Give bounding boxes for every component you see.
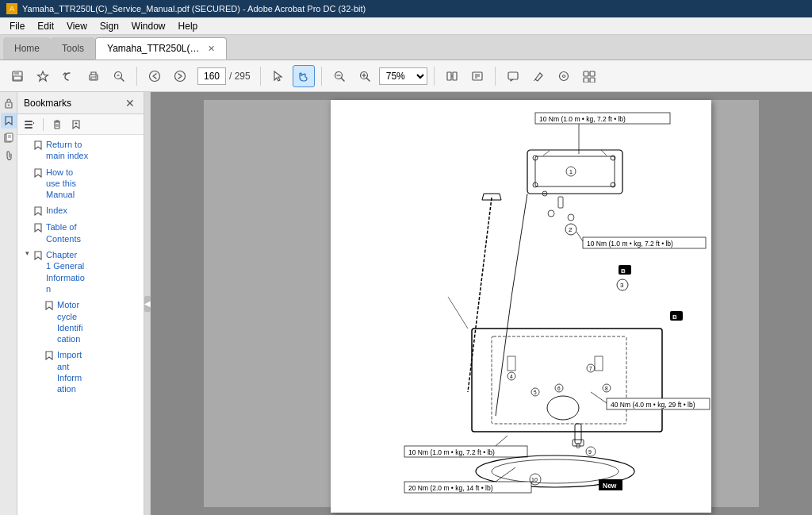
hand-tool-button[interactable]	[293, 65, 315, 87]
svg-text:New: New	[603, 482, 617, 490]
bookmark-icon-important	[44, 350, 54, 361]
svg-point-11	[175, 71, 186, 81]
menu-sign[interactable]: Sign	[94, 19, 125, 33]
svg-point-28	[559, 71, 568, 80]
svg-text:10: 10	[531, 477, 538, 482]
side-icon-bar	[0, 92, 17, 515]
pdf-viewer-area: 10 Nm (1.0 m • kg, 7.2 ft • lb)	[151, 92, 812, 515]
previous-view-button[interactable]	[57, 65, 79, 87]
svg-rect-115	[558, 197, 563, 208]
bookmark-label-important: ImportantInformation	[57, 349, 82, 394]
text-tool-button[interactable]	[466, 65, 488, 87]
title-bar: A Yamaha_TTR250L(C)_Service_Manual.pdf (…	[0, 0, 812, 17]
menu-edit[interactable]: Edit	[31, 19, 60, 33]
svg-line-110	[448, 297, 468, 329]
bookmarks-panel: Bookmarks ✕	[17, 92, 144, 515]
pdf-page: 10 Nm (1.0 m • kg, 7.2 ft • lb)	[331, 100, 711, 513]
tab-home-label: Home	[14, 43, 40, 54]
menu-view[interactable]: View	[60, 19, 94, 33]
svg-rect-20	[453, 72, 457, 80]
svg-rect-2	[13, 76, 21, 80]
svg-text:5: 5	[534, 390, 537, 395]
svg-text:7: 7	[589, 366, 592, 371]
window-title: Yamaha_TTR250L(C)_Service_Manual.pdf (SE…	[22, 4, 366, 13]
lock-icon	[1, 95, 17, 111]
svg-text:10 Nm (1.0 m • kg, 7.2 ft • lb: 10 Nm (1.0 m • kg, 7.2 ft • lb)	[587, 240, 673, 248]
save-button[interactable]	[6, 65, 29, 87]
separator-1	[136, 67, 137, 86]
bookmarks-toolbar	[17, 114, 144, 135]
zoom-select[interactable]: 50% 75% 100% 125% 150% 200%	[379, 67, 427, 85]
tab-home[interactable]: Home	[3, 37, 51, 60]
svg-text:40 Nm (4.0 m • kg, 29 ft • lb): 40 Nm (4.0 m • kg, 29 ft • lb)	[611, 401, 695, 409]
bookmark-star-button[interactable]	[32, 65, 54, 87]
bookmark-important-info[interactable]: ImportantInformation	[17, 347, 144, 397]
bookmarks-list: Return tomain index How touse thisManual	[17, 135, 144, 515]
svg-point-10	[150, 71, 160, 81]
pages-side-icon[interactable]	[1, 130, 17, 146]
page-number-input[interactable]: 160	[197, 67, 226, 85]
reduce-file-button[interactable]	[108, 65, 130, 87]
bookmark-how-to[interactable]: How touse thisManual	[17, 164, 144, 203]
svg-rect-30	[590, 71, 595, 76]
tab-tools[interactable]: Tools	[51, 37, 95, 60]
svg-line-95	[496, 436, 508, 446]
bookmark-toc[interactable]: Table ofContents	[17, 219, 144, 247]
svg-rect-32	[590, 78, 595, 83]
engine-diagram: 10 Nm (1.0 m • kg, 7.2 ft • lb)	[337, 106, 711, 511]
comment-button[interactable]	[502, 65, 524, 87]
menu-file[interactable]: File	[3, 19, 31, 33]
svg-line-9	[121, 78, 124, 81]
print-button[interactable]	[82, 65, 105, 87]
cursor-tool-button[interactable]	[267, 65, 289, 87]
svg-text:10 Nm (1.0 m • kg, 7.2 ft • lb: 10 Nm (1.0 m • kg, 7.2 ft • lb)	[408, 448, 495, 456]
svg-text:2: 2	[569, 226, 573, 233]
bookmark-label-chapter1: Chapter1 GeneralInformation	[46, 249, 85, 294]
bookmark-return-main[interactable]: Return tomain index	[17, 136, 144, 164]
svg-rect-97	[573, 440, 584, 446]
bookmark-icon-return	[33, 140, 43, 151]
attachments-side-icon[interactable]	[1, 148, 17, 163]
collapse-panel-button[interactable]: ◀	[144, 296, 151, 312]
bookmark-icon-index	[33, 206, 43, 217]
bookmarks-close-button[interactable]: ✕	[123, 96, 137, 110]
edit-pdf-button[interactable]	[553, 65, 575, 87]
bm-add-button[interactable]	[67, 117, 85, 133]
svg-rect-87	[595, 356, 603, 371]
diagram-container: 10 Nm (1.0 m • kg, 7.2 ft • lb)	[331, 100, 711, 513]
svg-text:B: B	[621, 267, 626, 275]
panel-resize-handle[interactable]: ◀	[144, 92, 151, 515]
bookmark-motorcycle-id[interactable]: MotorcycleIdentification	[17, 297, 144, 347]
svg-point-6	[95, 75, 97, 77]
bookmarks-side-icon[interactable]	[1, 113, 17, 129]
bm-delete-button[interactable]	[48, 117, 66, 133]
svg-point-34	[8, 105, 10, 106]
zoom-in-button[interactable]	[354, 65, 376, 87]
bookmark-index[interactable]: Index	[17, 202, 144, 219]
tab-doc[interactable]: Yamaha_TTR250L(… ✕	[95, 37, 227, 60]
separator-2	[260, 67, 261, 86]
expand-chapter1[interactable]: ▾	[22, 249, 32, 259]
svg-point-85	[547, 396, 579, 420]
svg-rect-40	[25, 124, 33, 125]
menu-help[interactable]: Help	[172, 19, 205, 33]
more-tools-button[interactable]	[578, 65, 600, 87]
svg-text:4: 4	[510, 374, 513, 379]
tab-close-icon[interactable]: ✕	[208, 44, 215, 54]
page-display-button[interactable]	[441, 65, 463, 87]
menu-window[interactable]: Window	[125, 19, 172, 33]
zoom-out-button[interactable]	[328, 65, 350, 87]
svg-line-60	[511, 194, 527, 297]
svg-text:8: 8	[605, 386, 608, 391]
bookmark-icon-motorcycle	[44, 300, 54, 311]
bm-menu-button[interactable]	[21, 117, 38, 133]
svg-rect-5	[91, 77, 96, 79]
svg-line-66	[576, 232, 583, 241]
tab-tools-label: Tools	[62, 43, 84, 54]
fill-sign-button[interactable]	[527, 65, 550, 87]
svg-line-14	[341, 78, 344, 81]
next-page-button[interactable]	[169, 65, 191, 87]
bookmark-chapter1[interactable]: ▾ Chapter1 GeneralInformation	[17, 247, 144, 297]
svg-rect-31	[584, 78, 588, 83]
prev-page-button[interactable]	[144, 65, 166, 87]
